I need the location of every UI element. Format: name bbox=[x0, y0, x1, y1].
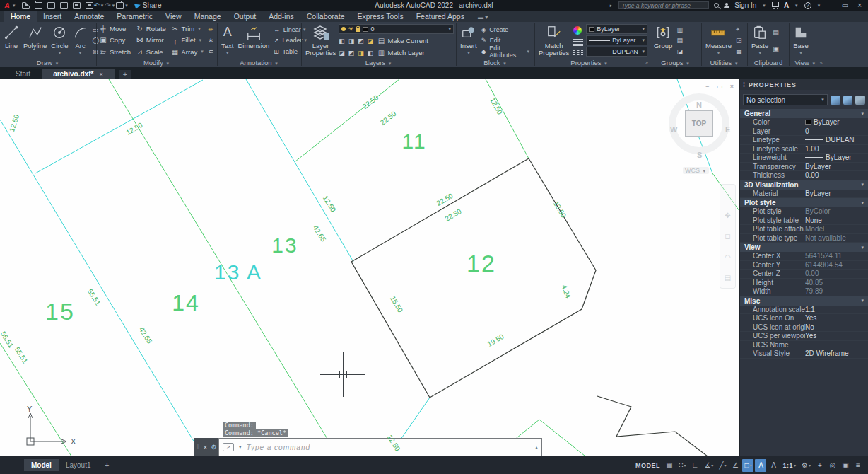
property-value[interactable]: Yes bbox=[805, 332, 868, 340]
linetype-dropdown[interactable]: DUPLAN▾ bbox=[586, 47, 647, 57]
layer-select-dropdown[interactable]: ☀ 0 ▾ bbox=[339, 24, 454, 34]
layer-tool-icon[interactable]: ◩ bbox=[348, 48, 355, 57]
palette-section-3d-visualization[interactable]: 3D Visualization▾ bbox=[740, 180, 868, 190]
collapse-icon[interactable]: ▾ bbox=[861, 111, 864, 117]
save-icon[interactable] bbox=[47, 2, 55, 9]
polar-tracking-icon[interactable]: ∡▾ bbox=[702, 459, 715, 472]
search-icon[interactable] bbox=[714, 3, 719, 8]
dropdown-arrow-icon[interactable]: ▾ bbox=[684, 463, 686, 468]
boundary-green-p11-right[interactable] bbox=[486, 79, 529, 158]
viewcube-east[interactable]: E bbox=[725, 125, 730, 134]
customize-wrench-icon[interactable]: ⚙ bbox=[211, 444, 216, 451]
pan-icon[interactable]: ✥ bbox=[725, 212, 730, 219]
property-value[interactable]: Not available bbox=[805, 234, 868, 242]
command-input-field[interactable]: > ▾ Type a command ▴ bbox=[218, 438, 542, 456]
palette-section-general[interactable]: General▾ bbox=[740, 109, 868, 118]
match-properties-button[interactable]: MatchProperties bbox=[537, 23, 570, 58]
mirror-button[interactable]: ⋈Mirror bbox=[136, 35, 167, 45]
property-value[interactable]: ByColor bbox=[805, 207, 868, 215]
autodesk-account-icon[interactable]: A bbox=[784, 1, 789, 9]
stretch-button[interactable]: ▱Stretch bbox=[99, 47, 131, 57]
isometric-drafting-icon[interactable]: ╱▾ bbox=[717, 459, 728, 472]
close-button[interactable]: × bbox=[855, 1, 864, 9]
groups-panel-label[interactable]: Groups ▾ bbox=[650, 58, 701, 67]
property-value[interactable]: 5641524.11 bbox=[805, 252, 868, 260]
property-value[interactable]: ByLayer bbox=[805, 154, 868, 161]
layers-panel-label[interactable]: Layers ▾ bbox=[302, 58, 456, 67]
print-icon[interactable] bbox=[86, 2, 93, 9]
property-value[interactable]: ByLayer bbox=[805, 163, 868, 170]
parcel-12-outline[interactable] bbox=[351, 158, 596, 398]
boundary-green-long[interactable] bbox=[109, 79, 339, 456]
ribbon-tab-featured-apps[interactable]: Featured Apps bbox=[410, 11, 471, 22]
layer-tool-icon[interactable]: ◪ bbox=[368, 36, 374, 45]
group-edit-icon[interactable]: ▤ bbox=[676, 36, 683, 45]
property-value[interactable]: Yes bbox=[805, 314, 868, 322]
ribbon-tab-manage[interactable]: Manage bbox=[188, 11, 228, 22]
layer-tool-icon[interactable]: ◪ bbox=[339, 48, 345, 57]
property-value[interactable]: ByLayer bbox=[805, 190, 868, 197]
new-file-icon[interactable] bbox=[22, 2, 30, 9]
group-select-icon[interactable]: ◪ bbox=[676, 47, 683, 57]
layer-tool-icon[interactable]: ◨ bbox=[348, 36, 355, 45]
viewcube-west[interactable]: W bbox=[670, 125, 677, 134]
ribbon-tab-parametric[interactable]: Parametric bbox=[110, 11, 159, 22]
copy-button[interactable]: ▣Copy bbox=[99, 35, 131, 45]
property-value[interactable]: 2D Wireframe bbox=[805, 349, 868, 357]
lineweight-dropdown[interactable]: ByLayer▾ bbox=[586, 35, 647, 45]
dropdown-arrow-icon[interactable]: ▾ bbox=[794, 463, 796, 468]
navigation-bar[interactable]: ◔ ✥ ◻ ◠ ▤ bbox=[720, 184, 736, 289]
command-prompt-icon[interactable]: > bbox=[223, 443, 234, 451]
viewcube[interactable]: N W E S TOP WCS ▾ bbox=[663, 85, 735, 174]
explode-icon[interactable]: ∗ bbox=[208, 36, 213, 45]
property-value[interactable]: 0 bbox=[805, 127, 868, 135]
workspace-icon[interactable] bbox=[116, 2, 124, 9]
match-layer-button[interactable]: ▥Match Layer bbox=[377, 47, 424, 58]
dropdown-arrow-icon[interactable]: ▾ bbox=[749, 463, 751, 468]
file-tab-archivo[interactable]: archivo.dxf* × bbox=[42, 69, 115, 79]
color-wheel-icon[interactable] bbox=[573, 26, 582, 35]
boundary-cyan-mid[interactable] bbox=[246, 79, 353, 262]
make-current-button[interactable]: ▤Make Current bbox=[377, 35, 428, 46]
app-store-cart-icon[interactable] bbox=[772, 2, 779, 7]
autocad-logo-icon[interactable]: A bbox=[4, 1, 10, 10]
insert-button[interactable]: Insert▾ bbox=[459, 23, 479, 58]
cut-clip-icon[interactable]: ▣ bbox=[773, 45, 779, 54]
palette-section-view[interactable]: View▾ bbox=[740, 243, 868, 252]
model-tab[interactable]: Model bbox=[24, 459, 59, 471]
property-value[interactable]: 0.00 bbox=[805, 171, 868, 179]
palette-section-misc[interactable]: Misc▾ bbox=[740, 296, 868, 306]
minimize-button[interactable]: – bbox=[826, 1, 835, 9]
command-history-toggle-icon[interactable]: ▴ bbox=[535, 444, 538, 451]
property-value[interactable]: 6144904.54 bbox=[805, 261, 868, 269]
workspace-switching-icon[interactable]: ⚙▾ bbox=[799, 459, 813, 472]
property-value[interactable]: 1:1 bbox=[805, 306, 868, 313]
plot-icon[interactable] bbox=[73, 2, 81, 9]
collapse-icon[interactable]: ▾ bbox=[861, 182, 864, 187]
viewcube-top-face[interactable]: TOP bbox=[685, 110, 713, 137]
undo-icon[interactable]: ↶ bbox=[93, 2, 99, 9]
quick-select-icon[interactable]: ◲ bbox=[736, 36, 742, 45]
arc-button[interactable]: Arc▾ bbox=[71, 23, 90, 58]
zoom-extents-icon[interactable]: ◻ bbox=[725, 232, 730, 240]
utilities-panel-label[interactable]: Utilities ▾ bbox=[702, 58, 747, 67]
redo-icon[interactable]: ↷ bbox=[105, 2, 110, 9]
move-button[interactable]: ┼Move bbox=[99, 23, 131, 34]
edit-block-button[interactable]: ✎ Edit bbox=[481, 36, 501, 45]
ribbon-tab-insert[interactable]: Insert bbox=[37, 11, 68, 22]
dimension-button[interactable]: Dimension bbox=[236, 23, 271, 58]
close-command-line-icon[interactable]: × bbox=[204, 444, 208, 451]
ungroup-icon[interactable]: ▥ bbox=[676, 25, 683, 34]
orbit-icon[interactable]: ◠ bbox=[725, 253, 731, 261]
drawing-canvas[interactable]: − ▭ × N W E S TOP WCS ▾ ◔ ✥ ◻ ◠ ▤ bbox=[0, 79, 739, 456]
open-file-icon[interactable] bbox=[35, 2, 42, 9]
quick-calc-icon[interactable]: ▦ bbox=[736, 47, 742, 57]
circle-button[interactable]: Circle▾ bbox=[49, 23, 69, 58]
select-objects-icon[interactable] bbox=[843, 96, 853, 105]
paste-button[interactable]: Paste▾ bbox=[750, 23, 770, 58]
palette-grip-icon[interactable]: ⁞ bbox=[743, 81, 746, 88]
selection-dropdown[interactable]: No selection▾ bbox=[743, 94, 828, 105]
properties-panel-label[interactable]: Properties ▾ » bbox=[535, 58, 650, 67]
ribbon-tab-view[interactable]: View bbox=[159, 11, 188, 22]
group-button[interactable]: Group bbox=[652, 23, 674, 58]
